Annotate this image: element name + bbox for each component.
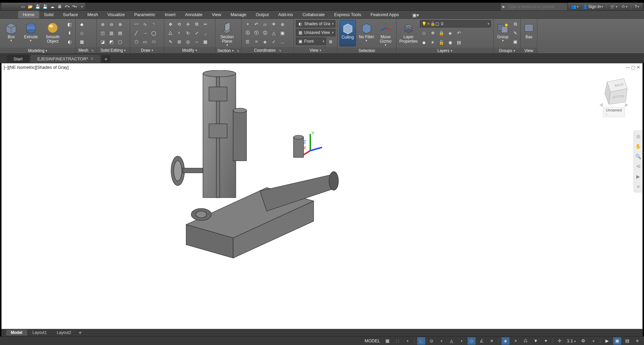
ucs-x-icon[interactable]: Ⓧ xyxy=(244,29,252,37)
subtract-icon[interactable]: ⊖ xyxy=(107,20,115,28)
model-3d[interactable] xyxy=(166,70,340,278)
layer-properties-button[interactable]: Layer Properties xyxy=(398,20,419,46)
tab-annotate[interactable]: Annotate xyxy=(180,11,207,18)
status-space[interactable]: MODEL xyxy=(363,338,381,343)
rotate-icon[interactable]: ↻ xyxy=(184,29,192,37)
circle-icon[interactable]: ◯ xyxy=(150,29,158,37)
thicken-icon[interactable]: ▥ xyxy=(107,29,115,37)
search-box[interactable]: ▶ xyxy=(501,3,567,10)
tab-featuredapps[interactable]: Featured Apps xyxy=(366,11,404,18)
status-grid-icon[interactable]: ▦ xyxy=(383,337,391,345)
ucs-face-icon[interactable]: ▱ xyxy=(261,20,269,28)
face-taper-icon[interactable]: ◩ xyxy=(107,38,115,46)
layer-lock-icon[interactable]: 🔒 xyxy=(437,29,445,37)
vp-minimize-icon[interactable]: — xyxy=(626,65,630,70)
section-plane-button[interactable]: Section Plane▾ xyxy=(217,20,237,46)
panel-title-draw[interactable]: Draw▾ xyxy=(130,47,164,53)
ucs-z-icon[interactable]: Ⓩ xyxy=(261,29,269,37)
layer-iso-icon[interactable]: ◆ xyxy=(420,38,428,46)
layouttab-add-button[interactable]: ＋ xyxy=(76,329,84,336)
nav-orbit-icon[interactable]: ⟲ xyxy=(635,163,642,170)
polysolid-icon[interactable]: ◧ xyxy=(65,20,73,28)
viewcube[interactable]: BACK BOTTOM Unnamed ▾ xyxy=(595,73,632,110)
search-input[interactable] xyxy=(507,3,567,10)
tab-parametric[interactable]: Parametric xyxy=(129,11,160,18)
nofilter-button[interactable]: No Filter▾ xyxy=(357,20,376,46)
qat-undo-icon[interactable]: ↶▾ xyxy=(64,3,70,10)
spline-icon[interactable]: ∿ xyxy=(141,20,149,28)
ribbon-visibility-icon[interactable]: ▣▾ xyxy=(410,12,421,18)
panel-title-groups[interactable]: Groups▾ xyxy=(494,48,520,53)
status-annotation-icon[interactable]: ✢ xyxy=(555,337,564,345)
layer-unlock-icon[interactable]: 🔓 xyxy=(437,38,445,46)
stretch-icon[interactable]: ↔ xyxy=(193,38,201,46)
view-manager-icon[interactable]: ⚙ xyxy=(327,38,335,46)
layer-change-icon[interactable]: ◉ xyxy=(446,38,454,46)
ellipse-icon[interactable]: ⬭ xyxy=(150,38,158,46)
tab-insert[interactable]: Insert xyxy=(160,11,180,18)
filetab-current[interactable]: EJESINFINEXTRACTOR*✕ xyxy=(31,55,100,63)
panel-title-view[interactable]: View▾ xyxy=(294,47,337,53)
status-workspace-icon[interactable]: ⚙ xyxy=(579,337,587,345)
status-snap-drop-icon[interactable]: ▾ xyxy=(404,337,412,345)
move-icon[interactable]: ✢ xyxy=(184,20,192,28)
tab-manage[interactable]: Manage xyxy=(226,11,251,18)
help-button[interactable]: ?▾ xyxy=(633,3,641,10)
mesh-refine-icon[interactable]: ▦ xyxy=(78,38,86,46)
ucs-apply-icon[interactable]: ✓ xyxy=(270,38,278,46)
tab-mesh[interactable]: Mesh xyxy=(83,11,103,18)
view-orient-combo[interactable]: ▣Front▾ xyxy=(296,38,326,45)
status-gizmo-icon[interactable]: ✦ xyxy=(542,337,550,345)
qat-open-icon[interactable]: 📂 xyxy=(27,3,34,10)
ucs-y-icon[interactable]: Ⓨ xyxy=(252,29,260,37)
nav-showmotion-icon[interactable]: ▶ xyxy=(635,173,642,180)
ucs-prev-icon[interactable]: ↶ xyxy=(252,20,260,28)
status-isolate-icon[interactable]: ▣ xyxy=(613,337,621,345)
tab-solid[interactable]: Solid xyxy=(39,11,58,18)
panel-title-coordinates[interactable]: Coordinates↘ xyxy=(241,47,293,53)
exchange-button[interactable]: 🛒▾ xyxy=(609,3,619,10)
layer-freeze-icon[interactable]: ❄ xyxy=(429,29,437,37)
status-hardware-icon[interactable]: ▶ xyxy=(603,337,611,345)
viewcube-named-label[interactable]: Unnamed ▾ xyxy=(603,107,625,117)
account-button[interactable]: 👥▾ xyxy=(570,3,580,10)
ucs-show-icon[interactable]: ◈ xyxy=(261,38,269,46)
vp-close-icon[interactable]: ✕ xyxy=(637,65,640,70)
nav-fullwheel-icon[interactable]: ◎ xyxy=(635,133,642,140)
ucs-obj-icon[interactable]: ▣ xyxy=(278,29,286,37)
presspull-icon[interactable]: ⬍ xyxy=(65,29,73,37)
filetab-start[interactable]: Start xyxy=(7,55,29,63)
panel-title-section[interactable]: Section▾↘ xyxy=(215,48,241,53)
status-ortho-icon[interactable]: ∟ xyxy=(417,337,425,345)
status-clean-icon[interactable]: ▤ xyxy=(623,337,631,345)
offset-icon[interactable]: ◎ xyxy=(184,38,192,46)
layer-match-icon[interactable]: ◈ xyxy=(446,29,454,37)
ucs-named-icon[interactable]: ☰ xyxy=(244,38,252,46)
mesh-smooth-more-icon[interactable]: ◆ xyxy=(78,20,86,28)
align3d-icon[interactable]: ⫯ xyxy=(175,29,183,37)
viewport-label[interactable]: [–][NE Isometric][Shades of Gray] xyxy=(4,65,69,70)
tab-visualize[interactable]: Visualize xyxy=(103,11,129,18)
culling-button[interactable]: Culling xyxy=(339,20,356,46)
ray-icon[interactable]: → xyxy=(141,29,149,37)
status-otrack-icon[interactable]: ∠ xyxy=(478,337,486,345)
tab-addins[interactable]: Add-ins xyxy=(273,11,298,18)
ucs-origin-icon[interactable]: ⊕ xyxy=(278,20,286,28)
group-bbox-icon[interactable]: ▣ xyxy=(511,38,519,46)
nav-zoom-icon[interactable]: 🔍 xyxy=(635,153,642,160)
nav-pan-icon[interactable]: ✋ xyxy=(635,143,642,150)
layer-state-icon[interactable]: ▤ xyxy=(455,38,463,46)
tab-surface[interactable]: Surface xyxy=(58,11,83,18)
layer-prev-icon[interactable]: ↶ xyxy=(455,29,463,37)
ucs-3pt-icon[interactable]: △ xyxy=(270,29,278,37)
group-button[interactable]: Group▾ xyxy=(496,20,510,46)
viewport[interactable]: [–][NE Isometric][Shades of Gray] — ▢ ✕ xyxy=(1,63,643,336)
extrude-button[interactable]: Extrude▾ xyxy=(22,20,40,46)
polygon-icon[interactable]: ⬠ xyxy=(132,38,140,46)
intersect-icon[interactable]: ⊗ xyxy=(116,20,124,28)
search-expand-icon[interactable]: ▶ xyxy=(501,5,507,8)
ucs-view-icon[interactable]: 👁 xyxy=(270,20,278,28)
status-snap-icon[interactable]: ⸬ xyxy=(393,337,401,345)
layer-off-icon[interactable]: ◇ xyxy=(420,29,428,37)
panel-title-mesh[interactable]: Mesh↘ xyxy=(76,47,96,53)
